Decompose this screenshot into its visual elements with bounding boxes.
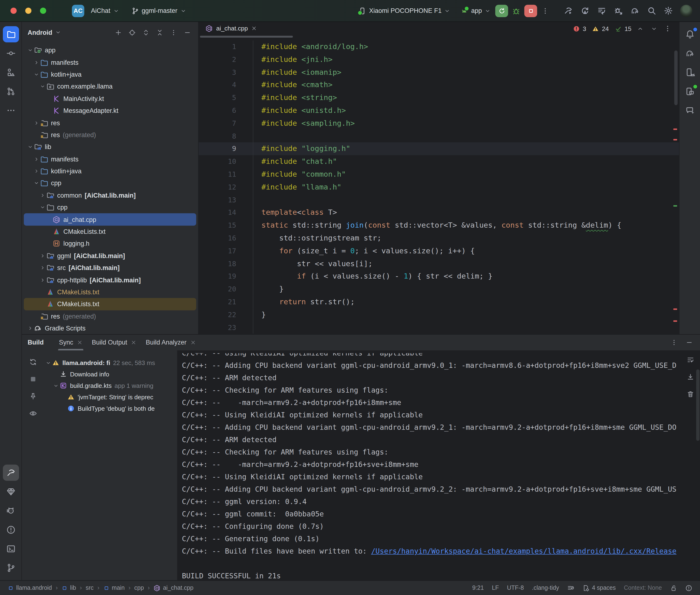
hide-panel-button[interactable] bbox=[182, 27, 192, 38]
problems-button[interactable] bbox=[3, 522, 19, 538]
device-manager-button[interactable] bbox=[682, 64, 698, 81]
build-tree-item-buildtype-debug-is-both-de[interactable]: BuildType 'debug' is both de bbox=[44, 403, 177, 414]
tree-item-gradle-scripts[interactable]: Gradle Scripts bbox=[24, 322, 196, 334]
tree-item-cmakelists-txt[interactable]: CMakeLists.txt bbox=[24, 225, 196, 237]
breadcrumb-src[interactable]: src bbox=[86, 585, 93, 591]
build-output-path-link[interactable]: /Users/hanyin/Workspace/ai-chat/examples… bbox=[371, 547, 676, 556]
zoom-window-button[interactable] bbox=[40, 8, 46, 14]
collapse-arrow[interactable] bbox=[33, 177, 40, 189]
version-control-button[interactable] bbox=[3, 560, 19, 576]
context-indicator[interactable]: Context: None bbox=[624, 585, 662, 591]
editor-options-button[interactable] bbox=[663, 24, 672, 33]
logcat-button[interactable] bbox=[3, 503, 19, 519]
next-problem-icon[interactable] bbox=[651, 26, 657, 32]
debug-button[interactable] bbox=[510, 4, 522, 17]
tree-item-com-example-llama[interactable]: com.example.llama bbox=[24, 81, 196, 93]
tree-item-manifests[interactable]: manifests bbox=[24, 153, 196, 165]
tab-ai-chat-cpp[interactable]: ai_chat.cpp bbox=[205, 22, 256, 35]
gemini-button[interactable] bbox=[682, 103, 698, 119]
tree-item-cpp[interactable]: cpp bbox=[24, 201, 196, 214]
soft-wrap-button[interactable] bbox=[685, 354, 696, 366]
collapse-all-button[interactable] bbox=[155, 27, 165, 38]
build-button[interactable] bbox=[562, 4, 574, 17]
code-line-19[interactable]: 19 if (i < values.size() - 1) { str << d… bbox=[199, 270, 679, 283]
tree-item-cmakelists-txt[interactable]: CMakeLists.txt bbox=[24, 298, 196, 310]
tree-item-kotlin-java[interactable]: kotlin+java bbox=[24, 68, 196, 81]
inspections-config-button[interactable] bbox=[567, 584, 574, 591]
expand-arrow[interactable] bbox=[33, 153, 40, 165]
branch-selector[interactable]: ggml-master bbox=[129, 5, 189, 17]
minimize-window-button[interactable] bbox=[25, 8, 31, 14]
error-stripe-mark[interactable] bbox=[673, 309, 677, 310]
indent-config[interactable]: 4 spaces bbox=[582, 584, 616, 591]
code-line-3[interactable]: 3#include <iomanip> bbox=[199, 66, 679, 79]
collapse-arrow[interactable] bbox=[39, 201, 46, 214]
close-tab-icon[interactable] bbox=[77, 340, 82, 345]
apply-code-changes-button[interactable] bbox=[595, 4, 608, 17]
breadcrumb-main[interactable]: main bbox=[103, 585, 124, 591]
commit-tool-button[interactable] bbox=[3, 45, 19, 61]
collapse-arrow[interactable] bbox=[27, 44, 34, 56]
tree-item-kotlin-java[interactable]: kotlin+java bbox=[24, 165, 196, 177]
profile-avatar[interactable] bbox=[680, 4, 692, 17]
more-run-actions-button[interactable] bbox=[539, 4, 551, 17]
tree-item-ggml[interactable]: ggml[AiChat.lib.main] bbox=[24, 250, 196, 262]
clear-all-button[interactable] bbox=[685, 388, 696, 400]
collapse-arrow[interactable] bbox=[45, 360, 52, 365]
code-line-14[interactable]: 14template<class T> bbox=[199, 206, 679, 219]
run-config-selector[interactable]: app bbox=[458, 5, 493, 17]
locate-file-button[interactable] bbox=[127, 27, 137, 38]
tree-item-res[interactable]: res bbox=[24, 117, 196, 129]
line-separator[interactable]: LF bbox=[492, 585, 499, 591]
expand-arrow[interactable] bbox=[39, 262, 46, 274]
collapse-arrow[interactable] bbox=[39, 81, 46, 93]
collapse-arrow[interactable] bbox=[52, 383, 60, 388]
code-line-10[interactable]: 10#include "chat.h" bbox=[199, 155, 679, 168]
expand-arrow[interactable] bbox=[33, 117, 40, 129]
breadcrumb-llama-android[interactable]: llama.android bbox=[8, 585, 52, 591]
rerun-button[interactable] bbox=[495, 4, 508, 17]
build-tab-sync[interactable]: Sync bbox=[54, 335, 87, 350]
code-line-22[interactable]: 22} bbox=[199, 308, 679, 321]
code-line-13[interactable]: 13 bbox=[199, 194, 679, 206]
build-console[interactable]: C/C++: -- Using KleidiAI optimized kerne… bbox=[177, 350, 700, 580]
breadcrumb-cpp[interactable]: cpp bbox=[134, 585, 144, 591]
filter-messages-button[interactable] bbox=[26, 406, 39, 420]
previous-problem-icon[interactable] bbox=[637, 26, 643, 32]
tree-item-logging-h[interactable]: logging.h bbox=[24, 237, 196, 250]
tree-item-cpp-httplib[interactable]: cpp-httplib[AiChat.lib.main] bbox=[24, 274, 196, 286]
breadcrumb-ai-chat-cpp[interactable]: ai_chat.cpp bbox=[153, 584, 193, 591]
code-line-9[interactable]: 9#include "logging.h" bbox=[199, 143, 679, 155]
code-line-23[interactable]: 23 bbox=[199, 321, 679, 334]
code-line-17[interactable]: 17 for (size_t i = 0; i < values.size();… bbox=[199, 245, 679, 257]
code-line-8[interactable]: 8 bbox=[199, 130, 679, 143]
code-line-2[interactable]: 2#include <jni.h> bbox=[199, 53, 679, 66]
close-tab-icon[interactable] bbox=[251, 26, 256, 31]
build-tab-build-analyzer[interactable]: Build Analyzer bbox=[141, 335, 200, 350]
build-tree-item-download-info[interactable]: Download info bbox=[44, 368, 177, 380]
notifications-button[interactable] bbox=[682, 26, 698, 42]
tree-item-res[interactable]: res(generated) bbox=[24, 129, 196, 141]
file-encoding[interactable]: UTF-8 bbox=[507, 585, 524, 591]
cursor-position[interactable]: 9:21 bbox=[472, 585, 484, 591]
collapse-arrow[interactable] bbox=[33, 68, 40, 81]
settings-button[interactable] bbox=[662, 4, 674, 17]
problems-indicator[interactable] bbox=[685, 584, 692, 591]
code-line-11[interactable]: 11#include "common.h" bbox=[199, 168, 679, 181]
code-line-5[interactable]: 5#include <string> bbox=[199, 91, 679, 104]
code-line-18[interactable]: 18 str << values[i]; bbox=[199, 257, 679, 270]
inspections-widget[interactable]: 3 24 15 bbox=[573, 25, 657, 32]
options-menu-button[interactable] bbox=[168, 27, 179, 38]
search-everywhere-button[interactable] bbox=[645, 4, 657, 17]
lock-button[interactable] bbox=[670, 584, 677, 591]
expand-arrow[interactable] bbox=[27, 322, 34, 334]
error-stripe-mark[interactable] bbox=[673, 129, 677, 130]
editor-vertical-scrollbar[interactable] bbox=[674, 51, 678, 105]
tree-item-cpp[interactable]: cpp bbox=[24, 177, 196, 189]
add-button[interactable] bbox=[113, 27, 123, 38]
change-stripe-mark[interactable] bbox=[673, 205, 677, 207]
running-devices-button[interactable] bbox=[682, 83, 698, 100]
code-line-4[interactable]: 4#include <cmath> bbox=[199, 79, 679, 92]
console-scrollbar[interactable] bbox=[696, 369, 700, 441]
code-line-20[interactable]: 20 } bbox=[199, 283, 679, 296]
